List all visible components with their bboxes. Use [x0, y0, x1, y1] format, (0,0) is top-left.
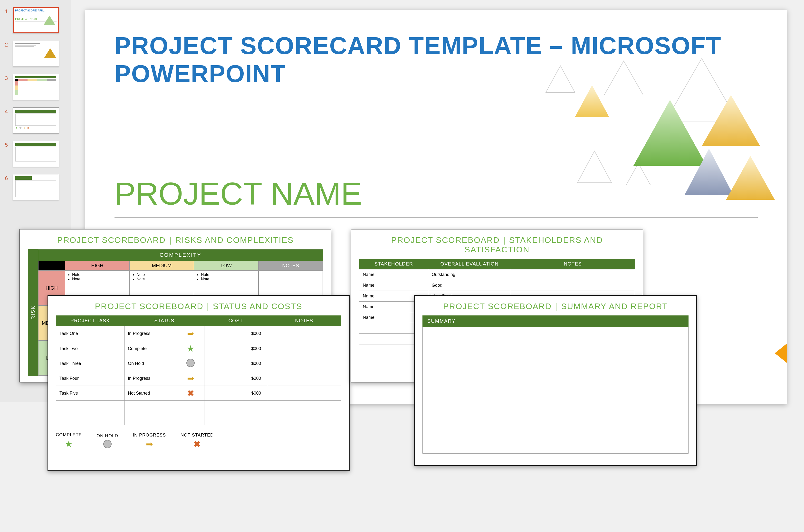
thumb-preview[interactable]: PROJECT SCORECARD… PROJECT NAME	[13, 7, 59, 33]
card-title: PROJECT SCOREBOARD|RISKS AND COMPLEXITIE…	[28, 235, 323, 245]
table-row: Task OneIn Progress➡$000	[56, 326, 341, 341]
circle-icon	[186, 359, 195, 367]
table-row: Task TwoComplete★$000	[56, 341, 341, 356]
slide-thumbnail-1[interactable]: 1 PROJECT SCORECARD… PROJECT NAME	[5, 7, 66, 33]
summary-card: PROJECT SCOREBOARD|SUMMARY AND REPORT SU…	[414, 295, 697, 466]
status-card: PROJECT SCOREBOARD|STATUS AND COSTS PROJ…	[48, 295, 350, 471]
slide-title: PROJECT SCORECARD TEMPLATE – MICROSOFT P…	[85, 10, 787, 88]
summary-header: SUMMARY	[423, 316, 689, 327]
slide-thumbnail-2[interactable]: 2	[5, 41, 66, 67]
card-title: PROJECT SCOREBOARD|SUMMARY AND REPORT	[423, 302, 689, 311]
title-underline	[114, 217, 758, 217]
accent-corner-icon	[775, 343, 787, 363]
status-legend: COMPLETE★ ON HOLD IN PROGRESS➡ NOT START…	[56, 432, 341, 449]
thumb-number: 1	[5, 8, 10, 15]
star-icon: ★	[187, 343, 194, 354]
thumb-number: 3	[5, 75, 10, 81]
slide-thumbnail-4[interactable]: 4 ★➜✖	[5, 108, 66, 133]
table-row	[56, 413, 341, 425]
table-row: Task ThreeOn Hold$000	[56, 356, 341, 371]
risk-axis-label: RISK	[28, 249, 38, 376]
risk-header-row: HIGH MEDIUM LOW NOTES	[38, 261, 323, 270]
thumb-number: 5	[5, 142, 10, 148]
arrow-icon: ➡	[146, 439, 153, 449]
slide-thumbnail-6[interactable]: 6	[5, 174, 66, 200]
thumb-preview[interactable]	[13, 141, 59, 167]
thumb-preview[interactable]	[13, 74, 59, 100]
status-table: PROJECT TASK STATUS COST NOTES Task OneI…	[56, 316, 341, 425]
arrow-icon: ➡	[187, 374, 194, 383]
star-icon: ★	[65, 439, 73, 449]
slide-thumbnail-5[interactable]: 5	[5, 141, 66, 167]
thumb-number: 6	[5, 175, 10, 182]
project-name-heading: PROJECT NAME	[85, 88, 787, 217]
arrow-icon: ➡	[187, 329, 194, 338]
thumb-preview[interactable]	[13, 41, 59, 67]
card-title: PROJECT SCOREBOARD|STATUS AND COSTS	[56, 302, 341, 311]
summary-body	[423, 327, 689, 454]
table-row: Task FiveNot Started✖$000	[56, 386, 341, 401]
circle-icon	[103, 440, 112, 448]
slide-thumbnail-3[interactable]: 3	[5, 74, 66, 100]
table-row: Task FourIn Progress➡$000	[56, 371, 341, 386]
thumb-preview[interactable]	[13, 174, 59, 200]
thumb-preview[interactable]: ★➜✖	[13, 108, 59, 133]
x-icon: ✖	[194, 439, 201, 449]
table-row	[56, 401, 341, 413]
table-row: NameGood	[359, 280, 635, 291]
thumb-number: 4	[5, 108, 10, 115]
complexity-axis-label: COMPLEXITY	[38, 249, 323, 261]
card-title: PROJECT SCOREBOARD|STAKEHOLDERS AND SATI…	[359, 235, 635, 254]
table-row: NameOutstanding	[359, 269, 635, 280]
x-icon: ✖	[187, 388, 194, 398]
thumb-number: 2	[5, 42, 10, 48]
